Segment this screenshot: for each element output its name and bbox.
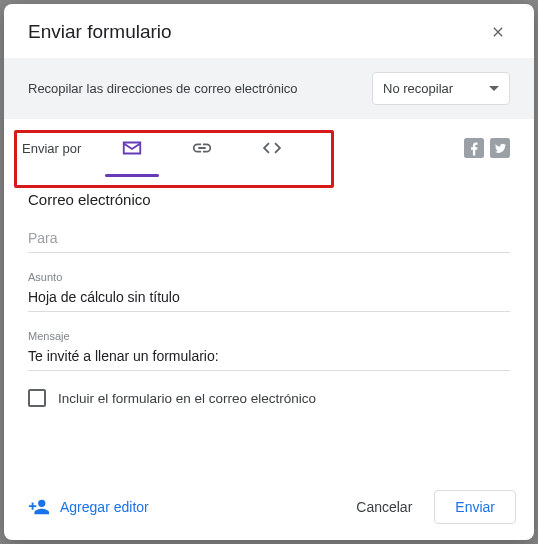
tab-embed[interactable] (237, 119, 307, 177)
link-icon (191, 137, 213, 159)
mail-icon (121, 137, 143, 159)
send-via-label: Enviar por (22, 141, 81, 156)
embed-icon (261, 137, 283, 159)
subject-input[interactable] (28, 285, 510, 312)
send-form-dialog: Enviar formulario Recopilar las direccio… (4, 4, 534, 540)
person-add-icon (28, 496, 50, 518)
chevron-down-icon (489, 86, 499, 91)
include-form-label: Incluir el formulario en el correo elect… (58, 391, 316, 406)
add-editor-label: Agregar editor (60, 499, 149, 515)
add-editor-button[interactable]: Agregar editor (28, 496, 149, 518)
message-label: Mensaje (28, 330, 510, 342)
subject-label: Asunto (28, 271, 510, 283)
send-button[interactable]: Enviar (434, 490, 516, 524)
tab-email[interactable] (97, 119, 167, 177)
collect-emails-row: Recopilar las direcciones de correo elec… (4, 58, 534, 119)
close-icon (490, 24, 506, 40)
twitter-icon[interactable] (490, 138, 510, 158)
tab-link[interactable] (167, 119, 237, 177)
to-input[interactable] (28, 226, 510, 253)
collect-emails-dropdown[interactable]: No recopilar (372, 72, 510, 105)
dialog-title: Enviar formulario (28, 21, 172, 43)
collect-emails-selected: No recopilar (383, 81, 453, 96)
facebook-icon[interactable] (464, 138, 484, 158)
include-form-checkbox[interactable] (28, 389, 46, 407)
message-input[interactable] (28, 344, 510, 371)
email-section-title: Correo electrónico (28, 191, 510, 208)
close-button[interactable] (486, 20, 510, 44)
collect-emails-label: Recopilar las direcciones de correo elec… (28, 81, 298, 96)
cancel-button[interactable]: Cancelar (346, 491, 422, 523)
